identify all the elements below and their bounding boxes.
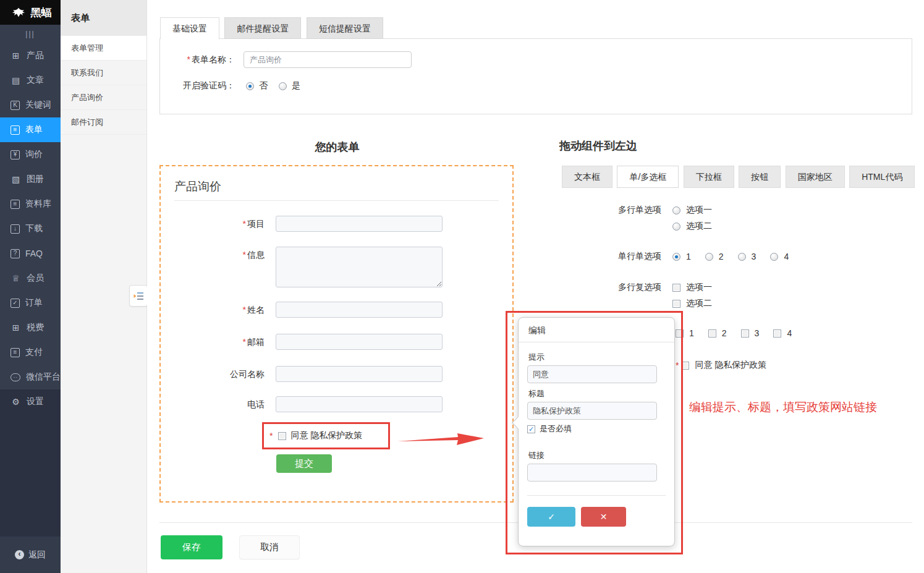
keywords-icon: K (11, 101, 20, 110)
sidebar-item-keywords[interactable]: K 关键词 (0, 93, 61, 117)
sidebar-item-forms[interactable]: ≡ 表单 (0, 117, 61, 142)
sidebar-item-orders[interactable]: ✓ 订单 (0, 291, 61, 315)
sidebar-item-label: 表单 (25, 124, 43, 135)
cancel-button[interactable]: 取消 (239, 535, 300, 559)
bat-logo-icon (9, 6, 28, 19)
phone-input[interactable] (276, 396, 443, 412)
radio-unchecked-icon[interactable] (279, 82, 287, 90)
sidebar-item-albums[interactable]: ▧ 图册 (0, 167, 61, 192)
component-multi-check-row1[interactable]: 多行复选项 选项一 (575, 282, 721, 293)
menu-fold-icon (134, 292, 144, 300)
captcha-yes-option[interactable]: 是 (279, 80, 300, 91)
submit-button[interactable]: 提交 (276, 454, 332, 473)
radio-unchecked-icon[interactable] (770, 253, 778, 261)
submenu-collapse-button[interactable] (129, 285, 148, 307)
components-tab-bar: 文本框 单/多选框 下拉框 按钮 国家地区 HTML代码 (562, 166, 917, 188)
orders-icon: ✓ (11, 299, 20, 308)
required-toggle-row[interactable]: ✓ 是否必填 (527, 423, 572, 435)
checkbox-unchecked-icon[interactable] (681, 362, 689, 370)
save-button[interactable]: 保存 (161, 535, 223, 559)
required-toggle-label: 是否必填 (540, 423, 572, 435)
radio-unchecked-icon[interactable] (705, 253, 713, 261)
tab-sms-alert-settings[interactable]: 短信提醒设置 (307, 17, 383, 39)
title-input[interactable] (527, 402, 657, 420)
captcha-no-option[interactable]: 否 (246, 80, 268, 91)
checkbox-unchecked-icon[interactable] (741, 329, 749, 337)
sidebar-item-tax[interactable]: ⊞ 税费 (0, 315, 61, 340)
hint-input[interactable] (527, 365, 657, 383)
submenu-item-form-management[interactable]: 表单管理 (61, 36, 146, 61)
component-inline-check-row[interactable]: 1 2 3 4 (676, 328, 800, 338)
red-annotation-text: 编辑提示、标题，填写政策网站链接 (689, 399, 877, 415)
component-multi-check-row2[interactable]: 选项二 (672, 298, 721, 309)
radio-checked-icon[interactable] (246, 82, 254, 90)
sidebar-lower-section: ⚙ 设置 (0, 389, 61, 537)
popup-confirm-button[interactable]: ✓ (527, 507, 575, 527)
tab-html-code[interactable]: HTML代码 (849, 166, 915, 188)
component-privacy-check-row[interactable]: * 同意 隐私保护政策 (676, 360, 775, 371)
submenu-item-contact-us[interactable]: 联系我们 (61, 61, 146, 85)
checkbox-unchecked-icon[interactable] (708, 329, 716, 337)
sidebar-item-faq[interactable]: ? FAQ (0, 241, 61, 266)
brand-logo[interactable]: 黑蝠 (0, 0, 61, 25)
tab-dropdown[interactable]: 下拉框 (684, 166, 734, 188)
sidebar-item-wechat[interactable]: ∙∙ 微信平台 (0, 365, 61, 389)
sidebar-collapse-toggle[interactable]: ||| (0, 25, 61, 43)
submenu-item-product-inquiry[interactable]: 产品询价 (61, 85, 146, 110)
link-input[interactable] (527, 464, 657, 482)
checkbox-unchecked-icon[interactable] (672, 284, 680, 292)
sidebar-item-download[interactable]: ↓ 下载 (0, 216, 61, 241)
sidebar-item-label: 支付 (25, 347, 43, 358)
tax-icon: ⊞ (11, 323, 21, 333)
radio-unchecked-icon[interactable] (672, 206, 680, 214)
sidebar-item-articles[interactable]: ▤ 文章 (0, 68, 61, 93)
checkbox-unchecked-icon[interactable] (672, 300, 680, 308)
form-name-input[interactable] (244, 51, 412, 68)
email-input[interactable] (276, 334, 443, 350)
radio-checked-icon[interactable] (672, 253, 680, 261)
tab-country-region[interactable]: 国家地区 (786, 166, 845, 188)
back-button[interactable]: ‹ 返回 (0, 537, 61, 573)
checkbox-checked-icon[interactable]: ✓ (527, 425, 535, 433)
cancel-cross-icon: ✕ (600, 512, 608, 522)
captcha-yes-label: 是 (292, 80, 300, 91)
agree-checkbox[interactable] (278, 432, 286, 440)
sidebar-item-members[interactable]: ♕ 会员 (0, 266, 61, 291)
sidebar-item-settings[interactable]: ⚙ 设置 (0, 389, 61, 414)
component-inline-radio-row[interactable]: 单行单选项 1 2 3 4 (575, 251, 797, 262)
inline-radio-label: 单行单选项 (575, 251, 661, 262)
form-preview-dropzone[interactable]: 产品询价 *项目 *信息 *姓名 *邮箱 公司名称 (159, 165, 514, 503)
articles-icon: ▤ (11, 75, 21, 85)
checkbox-unchecked-icon[interactable] (676, 329, 684, 337)
popup-cancel-button[interactable]: ✕ (581, 507, 626, 527)
option-label: 2 (719, 252, 724, 261)
required-asterisk: * (243, 305, 246, 315)
tab-single-multi-select[interactable]: 单/多选框 (617, 166, 679, 188)
component-multi-radio-row1[interactable]: 多行单选项 选项一 (575, 205, 721, 216)
project-input[interactable] (276, 216, 443, 232)
submenu-item-email-subscribe[interactable]: 邮件订阅 (61, 110, 146, 135)
settings-gear-icon: ⚙ (11, 397, 21, 407)
captcha-label: 开启验证码： (176, 80, 235, 91)
tab-email-alert-settings[interactable]: 邮件提醒设置 (224, 17, 301, 39)
name-input[interactable] (276, 302, 443, 318)
component-multi-radio-row2[interactable]: 选项二 (672, 221, 721, 232)
tab-textbox[interactable]: 文本框 (562, 166, 612, 188)
message-textarea[interactable] (276, 247, 443, 287)
sidebar-item-products[interactable]: ⊞ 产品 (0, 43, 61, 68)
checkbox-unchecked-icon[interactable] (773, 329, 781, 337)
company-input[interactable] (276, 366, 443, 382)
library-icon: ≡ (11, 200, 20, 209)
sidebar-item-payment[interactable]: ≡ 支付 (0, 340, 61, 365)
link-label: 链接 (528, 450, 545, 461)
main-content: 基础设置 邮件提醒设置 短信提醒设置 *表单名称： 开启验证码： 否 是 (147, 0, 924, 573)
radio-unchecked-icon[interactable] (672, 223, 680, 231)
sidebar-item-inquiry[interactable]: ¥ 询价 (0, 142, 61, 167)
tab-basic-settings[interactable]: 基础设置 (160, 17, 219, 40)
primary-sidebar: 黑蝠 ||| ⊞ 产品 ▤ 文章 K 关键词 ≡ 表单 ¥ 询价 ▧ 图册 ≡ … (0, 0, 61, 573)
field-label: 姓名 (247, 305, 265, 315)
tab-button[interactable]: 按钮 (739, 166, 781, 188)
download-icon: ↓ (11, 224, 20, 234)
sidebar-item-library[interactable]: ≡ 资料库 (0, 192, 61, 216)
radio-unchecked-icon[interactable] (738, 253, 746, 261)
